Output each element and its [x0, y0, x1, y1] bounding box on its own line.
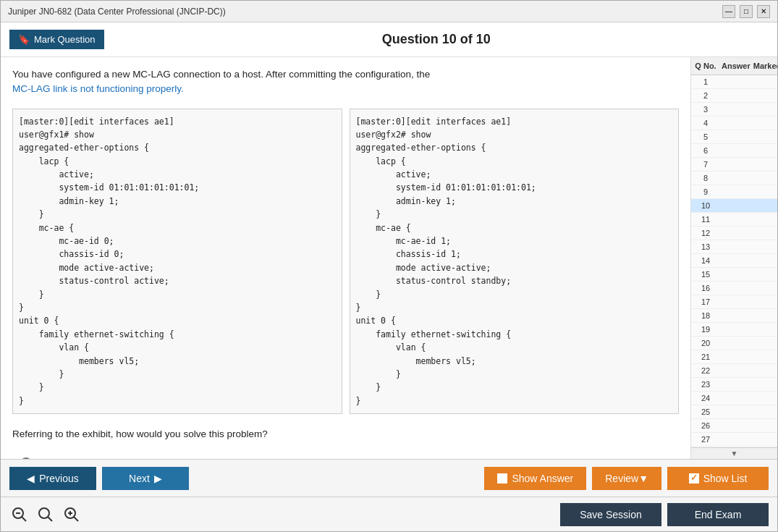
zoom-reset-button[interactable] [35, 504, 56, 525]
sidebar-row[interactable]: 14 [691, 254, 777, 268]
svg-line-8 [74, 517, 78, 521]
sidebar-row[interactable]: 4 [691, 117, 777, 130]
sidebar-row[interactable]: 10 [691, 199, 777, 213]
close-button[interactable]: ✕ [757, 5, 770, 18]
sidebar-row[interactable]: 23 [691, 378, 777, 392]
window-title: Juniper JN0-682 (Data Center Professiona… [8, 7, 226, 17]
sidebar-row[interactable]: 3 [691, 103, 777, 117]
maximize-button[interactable]: □ [740, 5, 753, 18]
mark-question-button[interactable]: 🔖 Mark Question [9, 30, 104, 49]
sidebar-row[interactable]: 24 [691, 392, 777, 405]
review-button[interactable]: Review ▼ [592, 467, 661, 490]
next-button[interactable]: Next ▶ [102, 467, 189, 490]
zoom-out-button[interactable] [9, 504, 30, 525]
sidebar-col-marked: Marked [752, 60, 777, 72]
svg-line-4 [48, 517, 52, 521]
options-list: A. Configure a system-id on qfx1 that is… [12, 451, 679, 459]
sidebar-col-answer: Answer [720, 60, 752, 72]
zoom-in-icon [64, 507, 80, 523]
exhibit-right: [master:0][edit interfaces ae1] user@gfx… [350, 109, 680, 415]
next-arrow-icon: ▶ [154, 473, 162, 484]
sidebar-row[interactable]: 2 [691, 89, 777, 103]
square-icon [497, 473, 507, 484]
end-exam-button[interactable]: End Exam [667, 503, 769, 526]
sidebar-row[interactable]: 22 [691, 364, 777, 378]
sidebar-row[interactable]: 11 [691, 213, 777, 227]
sidebar: Q No. Answer Marked 12345678910111213141… [690, 57, 777, 459]
bottom-nav-bar: ◀ Previous Next ▶ Show Answer Review ▼ ✓… [1, 459, 777, 497]
sidebar-row[interactable]: 17 [691, 295, 777, 309]
sidebar-row[interactable]: 13 [691, 240, 777, 254]
toolbar: 🔖 Mark Question Question 10 of 10 [1, 22, 777, 57]
bookmark-icon: 🔖 [18, 34, 30, 45]
sidebar-row[interactable]: 12 [691, 227, 777, 240]
zoom-out-icon [12, 507, 28, 523]
question-title: Question 10 of 10 [104, 32, 769, 47]
sidebar-scroll-down[interactable]: ▼ [691, 447, 777, 459]
sidebar-row[interactable]: 15 [691, 268, 777, 282]
zoom-controls [9, 504, 82, 525]
sidebar-header: Q No. Answer Marked [691, 57, 777, 75]
svg-point-3 [39, 508, 49, 518]
save-session-button[interactable]: Save Session [560, 503, 661, 526]
zoom-reset-icon [38, 507, 54, 523]
app-window: Juniper JN0-682 (Data Center Professiona… [0, 0, 778, 532]
check-icon: ✓ [689, 473, 699, 484]
sidebar-row[interactable]: 9 [691, 185, 777, 199]
sidebar-row[interactable]: 8 [691, 172, 777, 185]
question-text: Referring to the exhibit, how would you … [12, 428, 679, 439]
previous-button[interactable]: ◀ Previous [9, 467, 96, 490]
sidebar-row[interactable]: 16 [691, 282, 777, 295]
sidebar-list[interactable]: 1234567891011121314151617181920212223242… [691, 75, 777, 447]
review-arrow-icon: ▼ [638, 473, 648, 484]
sidebar-row[interactable]: 26 [691, 419, 777, 433]
exhibits: [master:0][edit interfaces ae1] user@gfx… [12, 109, 679, 415]
sidebar-col-qno: Q No. [691, 60, 720, 72]
question-intro: You have configured a new MC-LAG connect… [12, 67, 679, 97]
show-answer-button[interactable]: Show Answer [484, 467, 586, 490]
svg-line-2 [22, 517, 26, 521]
sidebar-row[interactable]: 18 [691, 309, 777, 323]
sidebar-row[interactable]: 19 [691, 323, 777, 337]
zoom-in-button[interactable] [62, 504, 82, 525]
title-bar: Juniper JN0-682 (Data Center Professiona… [1, 1, 777, 22]
sidebar-row[interactable]: 5 [691, 130, 777, 144]
show-list-button[interactable]: ✓ Show List [667, 467, 769, 490]
sidebar-row[interactable]: 20 [691, 337, 777, 350]
content-panel: You have configured a new MC-LAG connect… [1, 57, 690, 459]
minimize-button[interactable]: — [722, 5, 735, 18]
prev-arrow-icon: ◀ [27, 473, 35, 484]
sidebar-row[interactable]: 6 [691, 144, 777, 158]
bottom-action-bar: Save Session End Exam [1, 497, 777, 531]
window-controls: — □ ✕ [722, 5, 770, 18]
exhibit-left: [master:0][edit interfaces ae1] user@gfx… [12, 109, 342, 415]
option-a[interactable]: A. Configure a system-id on qfx1 that is… [12, 451, 679, 459]
sidebar-row[interactable]: 1 [691, 75, 777, 89]
sidebar-row[interactable]: 21 [691, 350, 777, 364]
sidebar-row[interactable]: 25 [691, 405, 777, 419]
main-area: You have configured a new MC-LAG connect… [1, 57, 777, 459]
sidebar-row[interactable]: 27 [691, 433, 777, 447]
sidebar-row[interactable]: 7 [691, 158, 777, 172]
